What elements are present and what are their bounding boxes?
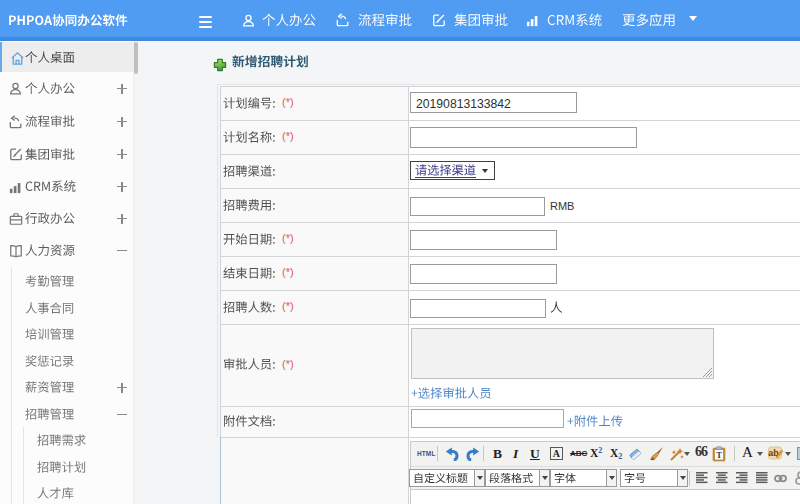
svg-text:T: T (716, 450, 722, 460)
